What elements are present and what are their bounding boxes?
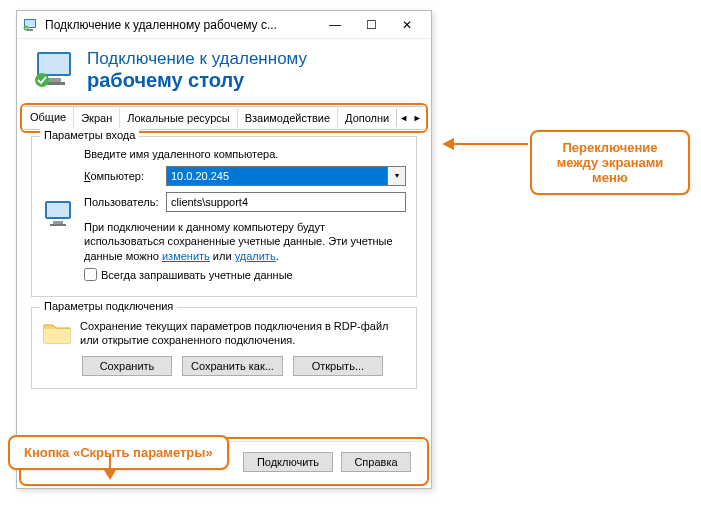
tab-advanced[interactable]: Дополни (338, 108, 396, 128)
edit-credentials-link[interactable]: изменить (162, 250, 210, 262)
banner-line2: рабочему столу (87, 69, 307, 92)
svg-rect-12 (50, 224, 66, 226)
computer-label: Компьютер: (84, 170, 166, 182)
arrow-down-annotation (100, 454, 120, 480)
titlebar: Подключение к удаленному рабочему с... —… (17, 11, 431, 39)
credentials-note: При подключении к данному компьютеру буд… (84, 220, 406, 265)
tabs-scroll-left[interactable]: ◄ (396, 109, 410, 127)
always-ask-input[interactable] (84, 268, 97, 281)
tab-local-resources[interactable]: Локальные ресурсы (120, 108, 237, 128)
rdp-window: Подключение к удаленному рабочему с... —… (16, 10, 432, 489)
tab-strip: Общие Экран Локальные ресурсы Взаимодейс… (23, 106, 425, 130)
login-group: Параметры входа Введите имя удаленного к… (31, 136, 417, 298)
window-title: Подключение к удаленному рабочему с... (45, 18, 317, 32)
svg-point-3 (24, 25, 29, 30)
svg-marker-16 (104, 470, 116, 480)
tab-display[interactable]: Экран (74, 108, 120, 128)
open-button[interactable]: Открыть... (293, 356, 383, 376)
svg-point-8 (35, 73, 49, 87)
help-button[interactable]: Справка (341, 452, 411, 472)
folder-icon (42, 319, 72, 347)
connection-group: Параметры подключения Сохранение текущих… (31, 307, 417, 389)
rdp-banner-icon (33, 50, 77, 90)
app-icon (23, 17, 39, 33)
callout-tabs: Переключение между экранами меню (530, 130, 690, 195)
user-input[interactable] (166, 192, 406, 212)
arrow-right-annotation (442, 132, 528, 156)
svg-marker-14 (442, 138, 454, 150)
minimize-button[interactable]: — (317, 14, 353, 36)
banner-line1: Подключение к удаленному (87, 49, 307, 69)
save-button[interactable]: Сохранить (82, 356, 172, 376)
computer-input[interactable] (166, 166, 388, 186)
delete-credentials-link[interactable]: удалить (235, 250, 276, 262)
always-ask-checkbox[interactable]: Всегда запрашивать учетные данные (84, 268, 406, 281)
connect-button[interactable]: Подключить (243, 452, 333, 472)
svg-rect-6 (47, 78, 61, 82)
close-button[interactable]: ✕ (389, 14, 425, 36)
login-group-title: Параметры входа (40, 129, 139, 141)
save-as-button[interactable]: Сохранить как... (182, 356, 283, 376)
svg-rect-10 (47, 203, 69, 217)
banner: Подключение к удаленному рабочему столу (17, 39, 431, 106)
connection-group-title: Параметры подключения (40, 300, 177, 312)
login-intro: Введите имя удаленного компьютера. (84, 148, 406, 160)
tabs-scroll-right[interactable]: ► (410, 109, 424, 127)
computer-icon (42, 197, 76, 231)
user-label: Пользователь: (84, 196, 166, 208)
tab-general[interactable]: Общие (23, 107, 74, 129)
connection-desc: Сохранение текущих параметров подключени… (80, 319, 406, 348)
tab-experience[interactable]: Взаимодействие (238, 108, 338, 128)
svg-rect-11 (53, 221, 63, 224)
svg-rect-5 (39, 54, 69, 74)
maximize-button[interactable]: ☐ (353, 14, 389, 36)
computer-dropdown-icon[interactable]: ▾ (388, 166, 406, 186)
